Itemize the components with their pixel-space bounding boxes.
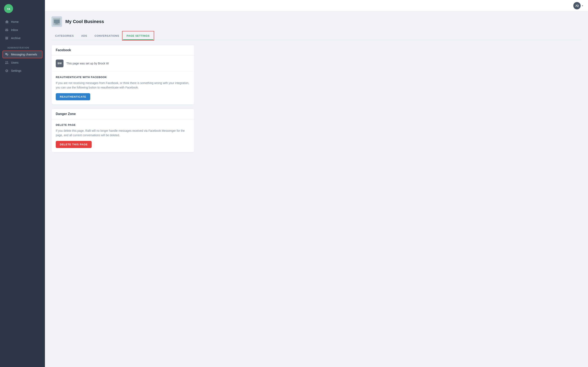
main-area: JQ ▾ My Cool Business CATEGORIES ADS CON… [45, 0, 588, 367]
inbox-icon [5, 28, 9, 32]
danger-zone-card: Danger Zone DELETE PAGE If you delete th… [52, 109, 194, 152]
page-header: My Cool Business [52, 16, 581, 27]
facebook-card: Facebook BW This page was set up by Broc… [52, 45, 194, 105]
sidebar-item-inbox-label: Inbox [11, 28, 18, 32]
reauthenticate-title: REAUTHENTICATE WITH FACEBOOK [56, 76, 190, 79]
thumbnail-image [53, 18, 61, 25]
tab-categories[interactable]: CATEGORIES [52, 32, 78, 40]
setup-by-text: This page was set up by Brock W [66, 62, 109, 65]
bw-avatar: BW [56, 59, 63, 67]
sidebar-item-users[interactable]: Users [2, 59, 43, 67]
sidebar-item-home-label: Home [11, 20, 18, 24]
settings-icon [5, 69, 9, 73]
setup-by-row: BW This page was set up by Brock W [56, 59, 190, 67]
tab-page-settings[interactable]: PAGE SETTINGS [123, 32, 153, 40]
archive-icon [5, 36, 9, 40]
user-avatar: JQ [573, 2, 581, 9]
home-icon [5, 20, 9, 24]
sidebar-item-inbox[interactable]: Inbox [2, 26, 43, 34]
sidebar-item-messaging-channels[interactable]: Messaging channels [2, 50, 43, 58]
sidebar-item-messaging-label: Messaging channels [11, 53, 37, 56]
logo-icon: ra [4, 4, 13, 13]
sidebar-nav: Home Inbox Archive ADMINISTRATION Messag… [0, 18, 45, 75]
delete-page-desc: If you delete this page, Ralli will no l… [56, 128, 190, 138]
sidebar-item-home[interactable]: Home [2, 18, 43, 26]
reauthenticate-button[interactable]: REAUTHENTICATE [56, 93, 90, 100]
sidebar-item-archive[interactable]: Archive [2, 34, 43, 42]
setup-by-section: BW This page was set up by Brock W [52, 55, 194, 72]
topbar: JQ ▾ [45, 0, 588, 11]
svg-rect-3 [55, 24, 59, 24]
users-icon [5, 61, 9, 64]
facebook-card-header: Facebook [52, 45, 194, 55]
reauthenticate-section: REAUTHENTICATE WITH FACEBOOK If you are … [52, 72, 194, 104]
tab-conversations[interactable]: CONVERSATIONS [91, 32, 123, 40]
content-area: My Cool Business CATEGORIES ADS CONVERSA… [45, 11, 588, 367]
page-thumbnail [52, 16, 62, 27]
svg-rect-2 [56, 23, 58, 24]
chevron-down-icon: ▾ [582, 4, 583, 7]
reauthenticate-desc: If you are not receiving messages from F… [56, 81, 190, 90]
user-menu[interactable]: JQ ▾ [573, 2, 583, 9]
tab-ads[interactable]: ADS [78, 32, 91, 40]
sidebar-item-settings[interactable]: Settings [2, 67, 43, 75]
danger-zone-header: Danger Zone [52, 109, 194, 119]
sidebar-item-settings-label: Settings [11, 69, 21, 72]
admin-section-label: ADMINISTRATION [2, 42, 43, 50]
sidebar: ra Home Inbox Archive ADMINISTRATION [0, 0, 45, 367]
delete-page-title: DELETE PAGE [56, 123, 190, 126]
sidebar-item-users-label: Users [11, 61, 18, 64]
messaging-icon [5, 53, 9, 56]
tabs-bar: CATEGORIES ADS CONVERSATIONS PAGE SETTIN… [52, 32, 581, 40]
svg-rect-1 [54, 20, 60, 23]
delete-page-button[interactable]: DELETE THIS PAGE [56, 141, 92, 148]
sidebar-item-archive-label: Archive [11, 36, 21, 40]
page-title: My Cool Business [65, 19, 104, 24]
sidebar-logo: ra [0, 0, 45, 18]
delete-page-section: DELETE PAGE If you delete this page, Ral… [52, 119, 194, 152]
